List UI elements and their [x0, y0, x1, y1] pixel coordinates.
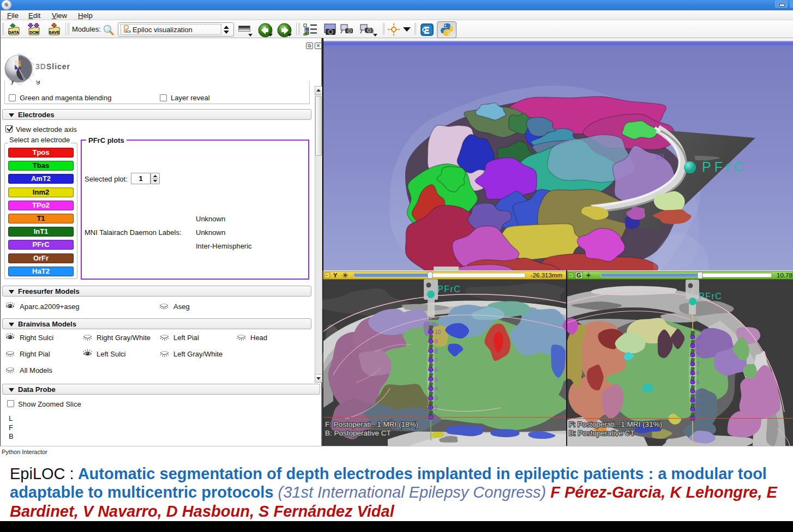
svg-text:9: 9	[435, 338, 438, 344]
svg-text:F: Postoperati...1 MRI (18%): F: Postoperati...1 MRI (18%)	[325, 420, 418, 428]
svg-text:3: 3	[696, 397, 700, 403]
svg-text:3: 3	[435, 395, 438, 401]
svg-text:9: 9	[696, 343, 700, 349]
svg-text:6: 6	[696, 370, 700, 376]
svg-text:10: 10	[655, 152, 664, 161]
svg-text:8: 8	[435, 348, 438, 354]
svg-text:6: 6	[435, 367, 438, 373]
svg-text:10.78: 10.78	[777, 272, 792, 279]
svg-text:4: 4	[696, 389, 700, 395]
svg-text:DCM: DCM	[29, 30, 39, 35]
svg-text:5: 5	[696, 379, 700, 385]
svg-text:4: 4	[435, 386, 438, 392]
svg-text:-: -	[569, 272, 571, 278]
svg-text:PFrC: PFrC	[702, 159, 747, 174]
svg-text:B: Postoperative CT: B: Postoperative CT	[325, 429, 391, 437]
svg-text:DATA: DATA	[8, 30, 19, 35]
svg-text:G: G	[576, 272, 581, 279]
svg-text:-: -	[326, 272, 327, 278]
svg-text:F: Postoperati...1 MRI (31%): F: Postoperati...1 MRI (31%)	[569, 420, 662, 428]
svg-text:5: 5	[435, 377, 438, 383]
svg-text:PFrC: PFrC	[437, 285, 461, 294]
svg-text:B: Postoperative CT: B: Postoperative CT	[569, 429, 635, 437]
svg-text:10: 10	[435, 329, 441, 335]
svg-text:10: 10	[696, 334, 703, 340]
svg-text:ICM: ICM	[126, 30, 131, 33]
svg-text:PFrC: PFrC	[699, 292, 722, 301]
svg-text:SAVE: SAVE	[49, 30, 60, 35]
svg-text:Y: Y	[333, 272, 338, 279]
svg-text:7: 7	[435, 358, 438, 364]
svg-text:8: 8	[696, 352, 700, 358]
svg-text:7: 7	[696, 361, 700, 367]
svg-text:2: 2	[696, 407, 700, 413]
svg-text:2: 2	[435, 405, 438, 411]
svg-text:-26.313mm: -26.313mm	[531, 272, 562, 279]
